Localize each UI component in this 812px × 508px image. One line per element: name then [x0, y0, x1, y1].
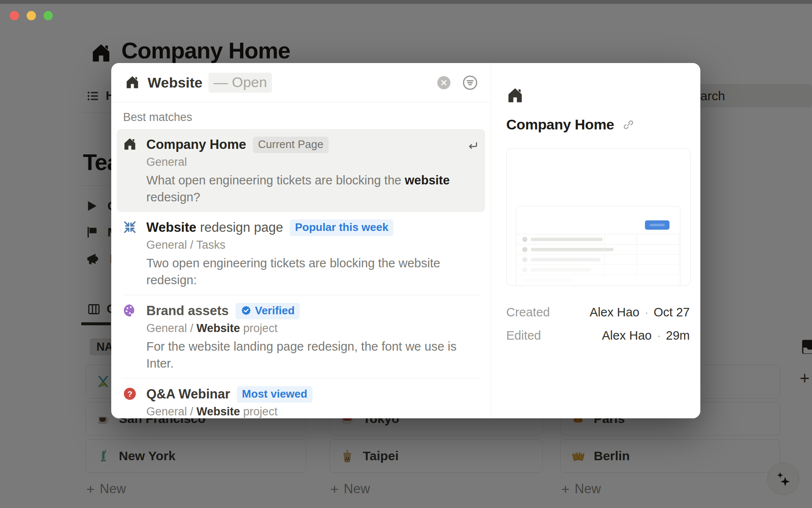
current-page-badge: Current Page: [253, 137, 329, 153]
question-mark-icon: ?: [123, 385, 138, 418]
verified-seal-icon: [241, 305, 252, 316]
result-path: General / Tasks: [146, 237, 479, 253]
result-brand-assets[interactable]: Brand assets Verified General / Website …: [117, 295, 485, 378]
edited-row: Edited Alex Hao·29m: [506, 329, 690, 343]
result-company-home[interactable]: Company Home Current Page General What o…: [117, 129, 485, 212]
popular-badge: Popular this week: [290, 220, 393, 236]
home-page-icon: [123, 135, 138, 206]
edited-label: Edited: [506, 329, 541, 343]
created-label: Created: [506, 305, 550, 319]
search-results-pane: Website — Open Best matches: [111, 63, 491, 418]
search-autocomplete-hint: — Open: [208, 73, 272, 93]
verified-badge: Verified: [236, 303, 300, 319]
enter-key-icon: [466, 135, 479, 152]
palette-icon: [123, 302, 138, 372]
result-title: Website redesign page: [146, 218, 283, 237]
result-title: Company Home: [146, 135, 246, 154]
preview-blue-button: [645, 220, 669, 230]
result-website-redesign-page[interactable]: Website redesign page Popular this week …: [117, 212, 485, 295]
section-label: Best matches: [111, 102, 491, 129]
result-path: General / Website project: [146, 320, 479, 336]
clear-search-button[interactable]: [437, 76, 450, 89]
filter-button[interactable]: [462, 75, 478, 91]
results-list: Company Home Current Page General What o…: [111, 129, 491, 418]
filter-icon: [462, 75, 478, 91]
edited-value: Alex Hao·29m: [602, 329, 690, 343]
home-icon: [506, 87, 687, 104]
result-qa-webinar[interactable]: ? Q&A Webinar Most viewed General / Webs…: [117, 379, 485, 418]
svg-text:?: ?: [127, 390, 132, 398]
result-snippet: What open engineering tickets are blocki…: [146, 172, 458, 206]
result-title: Q&A Webinar: [146, 385, 230, 404]
close-window-button[interactable]: [10, 11, 19, 20]
preview-pane: Company Home Creat: [491, 63, 700, 418]
result-snippet: For the website landing page redesign, t…: [146, 338, 479, 372]
result-path: General / Website project: [146, 404, 479, 418]
page-preview-thumbnail[interactable]: [506, 148, 691, 286]
page-metadata: Created Alex Hao·Oct 27 Edited Alex Hao·…: [506, 305, 690, 343]
collapse-arrows-icon: [123, 218, 138, 288]
preview-page-title: Company Home: [506, 116, 614, 133]
result-title: Brand assets: [146, 302, 229, 320]
search-input[interactable]: Website: [148, 74, 203, 91]
close-icon: [440, 79, 447, 86]
preview-mini-page: [516, 206, 680, 286]
search-bar[interactable]: Website — Open: [111, 63, 491, 102]
window-top-edge: [0, 0, 812, 4]
home-scope-icon: [125, 75, 140, 90]
result-snippet: Two open engineering tickets are blockin…: [146, 255, 479, 288]
minimize-window-button[interactable]: [27, 11, 36, 20]
created-row: Created Alex Hao·Oct 27: [506, 305, 690, 319]
most-viewed-badge: Most viewed: [237, 386, 313, 403]
result-path: General: [146, 154, 458, 170]
zoom-window-button[interactable]: [44, 11, 53, 20]
link-icon[interactable]: [623, 119, 634, 131]
created-value: Alex Hao·Oct 27: [590, 305, 690, 319]
search-modal: Website — Open Best matches: [111, 63, 700, 418]
